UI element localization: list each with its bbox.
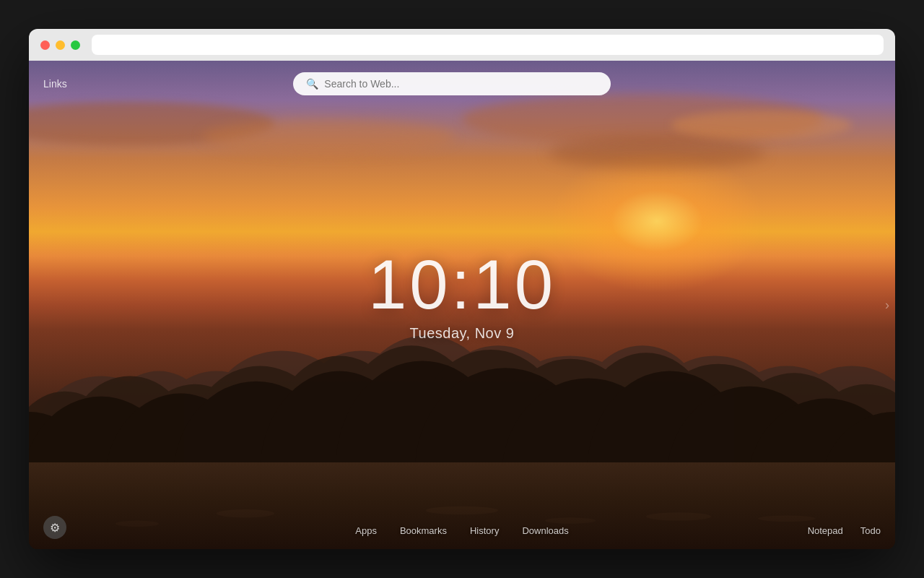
search-icon: 🔍	[306, 78, 318, 90]
clock-time: 10:10	[368, 250, 556, 319]
bottom-nav-item-history[interactable]: History	[470, 525, 499, 536]
minimize-button[interactable]	[56, 40, 65, 50]
search-bar[interactable]: 🔍	[293, 72, 611, 95]
traffic-lights	[40, 40, 80, 50]
gear-icon: ⚙	[50, 521, 60, 535]
page-content: Links 🔍 10:10 Tuesday, Nov 9 AppsBookmar…	[29, 61, 895, 549]
water	[29, 462, 895, 549]
clock-date: Tuesday, Nov 9	[368, 325, 556, 342]
bottom-right-item-notepad[interactable]: Notepad	[808, 525, 843, 536]
bottom-right-item-todo[interactable]: Todo	[860, 525, 881, 536]
search-input[interactable]	[324, 78, 598, 90]
right-chevron-icon[interactable]: ›	[885, 298, 889, 313]
maximize-button[interactable]	[71, 40, 80, 50]
bottom-nav-item-apps[interactable]: Apps	[355, 525, 377, 536]
close-button[interactable]	[40, 40, 50, 50]
bottom-nav-item-bookmarks[interactable]: Bookmarks	[400, 525, 447, 536]
bottom-nav-item-downloads[interactable]: Downloads	[522, 525, 568, 536]
links-label[interactable]: Links	[43, 78, 67, 90]
title-bar	[29, 29, 895, 61]
bottom-right-nav: NotepadTodo	[808, 525, 881, 536]
bottom-nav: AppsBookmarksHistoryDownloads	[29, 525, 895, 536]
address-bar[interactable]	[92, 35, 884, 55]
clock-container: 10:10 Tuesday, Nov 9	[368, 250, 556, 342]
top-nav: Links 🔍	[43, 72, 881, 95]
settings-button[interactable]: ⚙	[43, 516, 66, 539]
browser-window: Links 🔍 10:10 Tuesday, Nov 9 AppsBookmar…	[29, 29, 895, 549]
